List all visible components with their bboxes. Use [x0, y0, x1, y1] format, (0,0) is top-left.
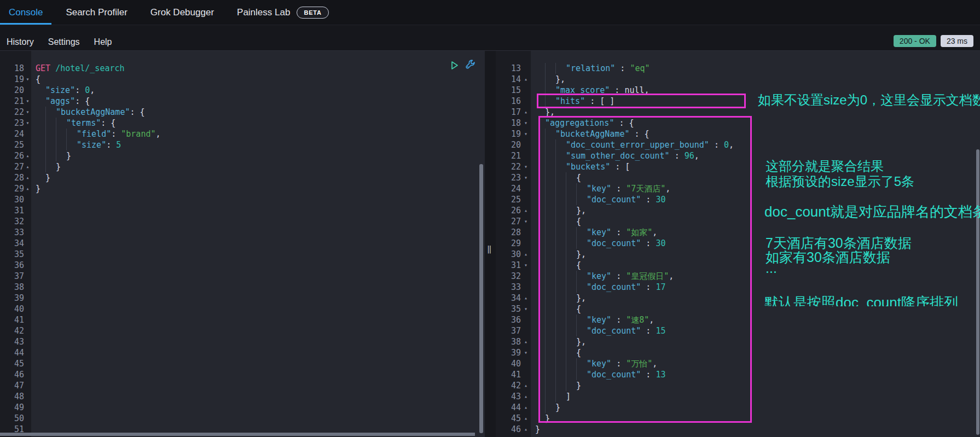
fold-toggle-icon[interactable]: ▴: [521, 424, 531, 435]
code-line: 14▴},: [496, 74, 980, 85]
code-text: }: [531, 380, 581, 391]
tab-search-profiler[interactable]: Search Profiler: [57, 0, 136, 25]
fold-spacer: [24, 63, 31, 74]
menu-history[interactable]: History: [7, 37, 34, 47]
code-line: 26▴},: [496, 205, 980, 216]
code-text: "doc_count" : 30: [531, 194, 666, 205]
tab-console[interactable]: Console: [0, 0, 51, 25]
code-text: [31, 369, 36, 380]
fold-spacer: [521, 85, 531, 96]
menu-help[interactable]: Help: [94, 37, 112, 47]
wrench-icon[interactable]: [465, 60, 476, 71]
fold-spacer: [24, 380, 31, 391]
fold-spacer: [521, 96, 531, 107]
tab-grok-debugger[interactable]: Grok Debugger: [142, 0, 223, 25]
line-number: 40: [0, 304, 24, 314]
code-text: "bucketAggName" : {: [531, 129, 650, 139]
fold-spacer: [521, 238, 531, 249]
fold-toggle-icon[interactable]: ▾: [24, 74, 31, 85]
fold-toggle-icon[interactable]: ▾: [521, 172, 531, 183]
code-text: [31, 304, 36, 314]
console-toolbar: HistorySettingsHelp 200 - OK 23 ms: [0, 25, 980, 51]
fold-spacer: [521, 183, 531, 194]
fold-toggle-icon[interactable]: ▾: [24, 107, 31, 118]
code-line: 13"relation" : "eq": [496, 63, 980, 74]
fold-toggle-icon[interactable]: ▴: [521, 336, 531, 347]
code-line: 21▾"aggs": {: [0, 96, 485, 107]
code-line: 41: [0, 314, 485, 325]
tab-search-profiler-label: Search Profiler: [66, 7, 127, 18]
code-text: "size": 0,: [31, 85, 95, 96]
code-line: 50: [0, 413, 485, 424]
response-editor[interactable]: 13"relation" : "eq"14▴},15"max_score" : …: [496, 51, 980, 437]
fold-toggle-icon[interactable]: ▴: [521, 249, 531, 260]
fold-toggle-icon[interactable]: ▾: [521, 129, 531, 139]
code-line: 27▾{: [496, 216, 980, 227]
fold-toggle-icon[interactable]: ▴: [521, 205, 531, 216]
code-line: 16"hits" : [ ]: [496, 96, 980, 107]
fold-toggle-icon[interactable]: ▾: [521, 118, 531, 129]
play-icon[interactable]: [449, 60, 460, 71]
code-text: [31, 391, 36, 402]
code-text: "hits" : [ ]: [531, 96, 614, 107]
fold-toggle-icon[interactable]: ▴: [521, 107, 531, 118]
fold-toggle-icon[interactable]: ▴: [521, 74, 531, 85]
code-text: [31, 413, 36, 424]
fold-spacer: [521, 63, 531, 74]
fold-toggle-icon[interactable]: ▾: [24, 96, 31, 107]
fold-spacer: [24, 369, 31, 380]
line-number: 33: [496, 282, 521, 293]
fold-toggle-icon[interactable]: ▴: [521, 391, 531, 402]
line-number: 34: [0, 238, 24, 249]
fold-toggle-icon[interactable]: ▴: [24, 150, 31, 161]
code-line: 35▾{: [496, 304, 980, 314]
code-text: [31, 194, 36, 205]
line-number: 24: [0, 129, 24, 139]
divider-grip-icon: ‖: [487, 244, 491, 253]
line-number: 38: [496, 336, 521, 347]
fold-toggle-icon[interactable]: ▾: [521, 347, 531, 358]
code-line: 23▾"terms": {: [0, 118, 485, 129]
code-text: "sum_other_doc_count" : 96,: [531, 150, 699, 161]
fold-toggle-icon[interactable]: ▴: [521, 380, 531, 391]
fold-spacer: [24, 205, 31, 216]
tab-painless-lab-label: Painless Lab: [237, 7, 290, 18]
code-line: 25"size": 5: [0, 139, 485, 150]
code-line: 36: [0, 260, 485, 271]
fold-toggle-icon[interactable]: ▴: [521, 402, 531, 413]
code-line: 38: [0, 282, 485, 293]
fold-spacer: [24, 314, 31, 325]
code-line: 32: [0, 216, 485, 227]
request-editor[interactable]: 18GET /hotel/_search19▾{20"size": 0,21▾"…: [0, 51, 485, 437]
code-text: "bucketAggName": {: [31, 107, 145, 118]
response-vertical-scrollbar[interactable]: [976, 149, 979, 435]
tab-painless-lab[interactable]: Painless LabBETA: [228, 0, 338, 25]
menu-settings[interactable]: Settings: [48, 37, 80, 47]
tab-grok-debugger-label: Grok Debugger: [150, 7, 214, 18]
fold-toggle-icon[interactable]: ▾: [24, 118, 31, 129]
panel-divider[interactable]: ‖: [485, 51, 496, 437]
fold-toggle-icon[interactable]: ▾: [521, 304, 531, 314]
fold-toggle-icon[interactable]: ▾: [521, 161, 531, 172]
line-number: 34: [496, 293, 521, 304]
fold-toggle-icon[interactable]: ▴: [24, 161, 31, 172]
code-line: 42▴}: [496, 380, 980, 391]
fold-toggle-icon[interactable]: ▴: [521, 413, 531, 424]
line-number: 20: [496, 139, 521, 150]
fold-toggle-icon[interactable]: ▴: [521, 293, 531, 304]
request-vertical-scrollbar[interactable]: [479, 164, 483, 433]
code-line: 29"doc_count" : 30: [496, 238, 980, 249]
fold-toggle-icon[interactable]: ▾: [521, 260, 531, 271]
line-number: 39: [0, 293, 24, 304]
toolbar-menu: HistorySettingsHelp: [7, 37, 126, 47]
code-text: [31, 402, 36, 413]
request-horizontal-scrollbar[interactable]: [0, 433, 475, 436]
fold-toggle-icon[interactable]: ▴: [24, 183, 31, 194]
code-line: 43▴]: [496, 391, 980, 402]
request-editor-lines: 18GET /hotel/_search19▾{20"size": 0,21▾"…: [0, 63, 485, 435]
code-line: 19▾{: [0, 74, 485, 85]
line-number: 25: [496, 194, 521, 205]
fold-toggle-icon[interactable]: ▴: [24, 172, 31, 183]
fold-toggle-icon[interactable]: ▾: [521, 216, 531, 227]
line-number: 30: [496, 249, 521, 260]
